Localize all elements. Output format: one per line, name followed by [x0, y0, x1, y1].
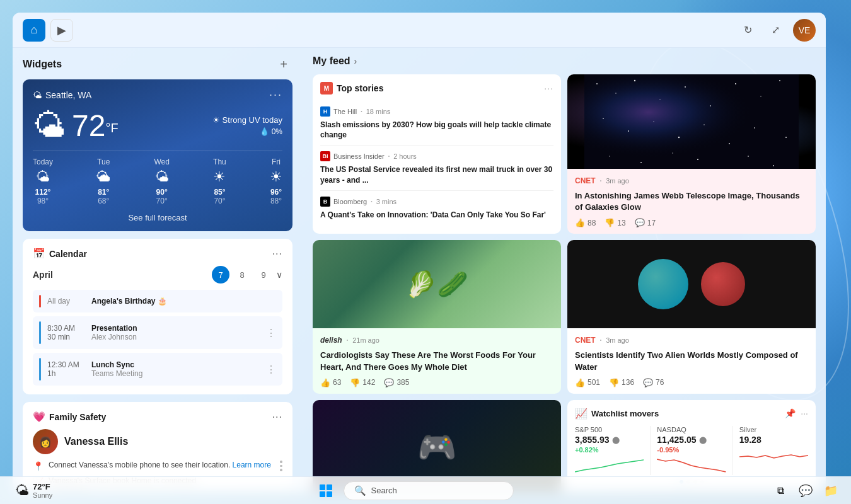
thumbs-down-icon2: 👎: [350, 378, 360, 387]
feed-chevron[interactable]: ›: [354, 56, 357, 66]
svg-point-11: [603, 118, 604, 119]
james-webb-card[interactable]: CNET · 3m ago In Astonishing James Webb …: [567, 74, 816, 234]
top-stories-header: M Top stories ···: [320, 82, 553, 94]
widgets-title: Widgets: [23, 59, 62, 70]
calendar-date-7[interactable]: 7: [212, 266, 229, 284]
webb-dislike[interactable]: 👎 13: [605, 218, 625, 227]
add-widget-button[interactable]: +: [275, 55, 292, 73]
alien-headline: Scientists Identify Two Alien Worlds Mos…: [575, 350, 808, 372]
story-item-3[interactable]: B Bloomberg · 3 mins A Quant's Take on I…: [320, 191, 553, 225]
home-button[interactable]: ⌂: [23, 19, 45, 42]
event-dots[interactable]: ⋮: [266, 327, 276, 339]
delish-brand: delish: [320, 336, 342, 345]
taskbar-search[interactable]: 🔍 Search: [344, 481, 514, 500]
story-item-2[interactable]: BI Business Insider · 2 hours The US Pos…: [320, 146, 553, 190]
top-stories-card: M Top stories ··· H The Hill · 18 mins: [313, 74, 561, 234]
weather-forecast: Today 🌤 112° 98° Tue 🌥 81° 68° Wed 🌤: [33, 151, 282, 205]
food-time: 21m ago: [352, 336, 379, 344]
the-hill-icon: H: [320, 106, 330, 117]
story-headline-3: A Quant's Take on Innovation: 'Data Can …: [320, 210, 553, 220]
top-stories-title: M Top stories: [320, 82, 383, 94]
delish-food-card[interactable]: delish · 21m ago Cardiologists Say These…: [313, 240, 561, 393]
alien-like[interactable]: 👍 501: [575, 378, 600, 387]
forecast-wed: Wed 🌤 90° 70°: [154, 158, 169, 205]
alien-source-row: CNET · 3m ago: [575, 335, 808, 346]
webb-like[interactable]: 👍 88: [575, 218, 596, 227]
weather-rain: 💧 0%: [212, 127, 282, 136]
calendar-events: All day Angela's Birthday 🎂 8:30 AM 30 m…: [33, 290, 282, 386]
watchlist-pin[interactable]: 📌: [785, 408, 796, 418]
file-explorer-button[interactable]: 📁: [821, 481, 841, 501]
sp500-status: ⬤: [612, 436, 620, 444]
svg-point-13: [653, 121, 654, 122]
calendar-header: 📅 Calendar ···: [33, 248, 282, 260]
teams-button[interactable]: 💬: [796, 481, 816, 501]
svg-point-2: [596, 83, 598, 84]
story-item-1[interactable]: H The Hill · 18 mins Slash emissions by …: [320, 101, 553, 146]
event-presentation: 8:30 AM 30 min Presentation Alex Johnson…: [33, 316, 282, 349]
thumbs-up-icon3: 👍: [575, 378, 585, 387]
event-time-lunch: 12:30 AM 1h: [47, 360, 85, 378]
alien-time: 3m ago: [606, 336, 629, 344]
nasdaq-item: NASDAQ 11,425.05 ⬤ -0.95%: [657, 426, 732, 475]
food-comment[interactable]: 💬 385: [384, 378, 409, 387]
calendar-nav: April 7 8 9 ∨: [33, 266, 282, 284]
planet-red: [701, 262, 745, 306]
food-dislike[interactable]: 👎 142: [350, 378, 375, 387]
svg-point-22: [697, 159, 698, 160]
card-overlay-food: delish · 21m ago Cardiologists Say These…: [313, 328, 561, 393]
weather-menu[interactable]: ···: [269, 88, 282, 101]
task-view-button[interactable]: ⧉: [770, 481, 790, 501]
search-icon: 🔍: [354, 485, 366, 496]
alien-dislike[interactable]: 👎 136: [609, 378, 634, 387]
planet-blue: [638, 259, 688, 309]
svg-point-18: [785, 137, 787, 138]
webb-comment[interactable]: 💬 17: [635, 218, 656, 227]
event-details-lunch: Lunch Sync Teams Meeting: [91, 360, 142, 378]
forecast-thu: Thu ☀ 85° 70°: [213, 158, 226, 205]
alien-worlds-card[interactable]: CNET · 3m ago Scientists Identify Two Al…: [567, 240, 816, 393]
media-button[interactable]: ▶: [50, 19, 73, 42]
calendar-widget: 📅 Calendar ··· April 7 8 9 ∨: [23, 239, 292, 394]
start-button[interactable]: [315, 479, 337, 502]
family-location-item: 📍 Connect Vanessa's mobile phone to see …: [33, 461, 282, 471]
calendar-chevron[interactable]: ∨: [276, 270, 282, 280]
calendar-date-8[interactable]: 8: [233, 266, 251, 284]
search-text: Search: [371, 486, 397, 495]
weather-city: Seattle, WA: [45, 90, 91, 100]
taskbar-temp: 72°F: [33, 482, 52, 491]
user-avatar[interactable]: VE: [793, 19, 816, 42]
family-title-row: 💗 Family Safety: [33, 411, 106, 423]
calendar-menu[interactable]: ···: [272, 248, 282, 260]
story-source-1: H The Hill · 18 mins: [320, 106, 553, 117]
comment-icon3: 💬: [643, 378, 653, 387]
top-bar: ⌂ ▶ ↻ ⤢ VE: [13, 13, 826, 48]
family-menu[interactable]: ···: [272, 411, 282, 423]
food-like[interactable]: 👍 63: [320, 378, 341, 387]
svg-point-15: [703, 124, 705, 125]
svg-point-23: [748, 156, 749, 157]
expand-button[interactable]: ⤢: [765, 20, 785, 40]
sp500-item: S&P 500 3,855.93 ⬤ +0.82%: [575, 426, 651, 475]
taskbar: 🌤 72°F Sunny 🔍 Search ⧉ 💬 📁: [0, 476, 851, 504]
webb-source-row: CNET · 3m ago: [575, 175, 808, 186]
calendar-title: Calendar: [49, 249, 87, 259]
alien-comment[interactable]: 💬 76: [643, 378, 664, 387]
see-forecast-button[interactable]: See full forecast: [33, 213, 282, 222]
taskbar-weather[interactable]: 🌤 72°F Sunny: [10, 479, 57, 501]
calendar-dates: 7 8 9 ∨: [212, 266, 282, 284]
weather-location-row: 🌤 Seattle, WA ···: [33, 88, 282, 101]
event-title-birthday: Angela's Birthday 🎂: [91, 297, 167, 306]
webb-actions: 👍 88 👎 13 💬 17: [575, 218, 808, 227]
refresh-button[interactable]: ↻: [738, 20, 758, 40]
learn-more-link[interactable]: Learn more: [233, 461, 271, 469]
svg-point-7: [710, 105, 711, 106]
svg-point-21: [672, 152, 673, 153]
event-dots2[interactable]: ⋮: [266, 364, 276, 375]
story-headline-2: The US Postal Service revealed its first…: [320, 164, 553, 185]
controller-icon: 🎮: [417, 429, 456, 466]
calendar-date-9[interactable]: 9: [255, 266, 272, 284]
svg-point-4: [634, 80, 635, 81]
watchlist-menu[interactable]: ···: [801, 408, 808, 418]
top-stories-menu[interactable]: ···: [544, 83, 553, 93]
